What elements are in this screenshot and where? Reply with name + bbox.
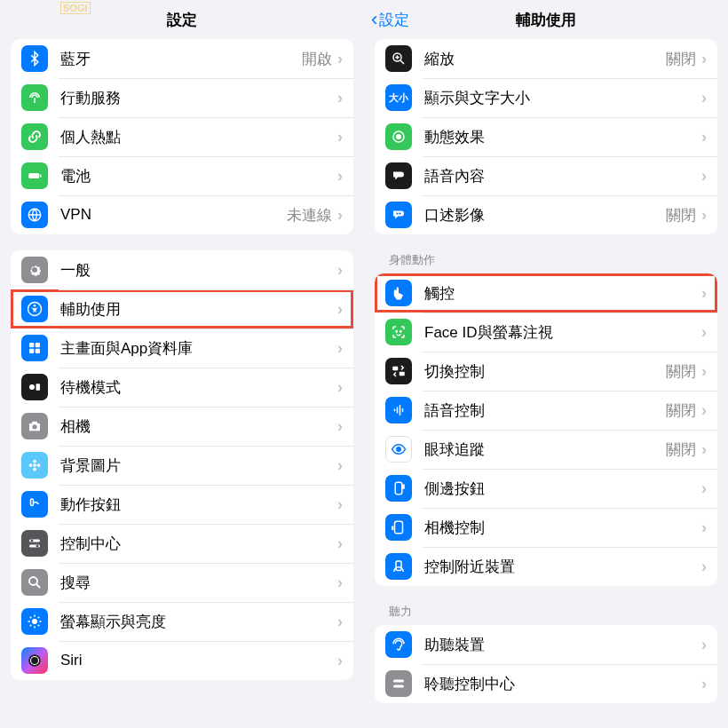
settings-row[interactable]: 背景圖片› [11, 446, 353, 485]
settings-row[interactable]: 電池› [11, 156, 353, 195]
svg-point-30 [399, 212, 400, 214]
row-label: 動態效果 [424, 127, 701, 147]
settings-row[interactable]: 搜尋› [11, 563, 353, 602]
chevron-right-icon: › [701, 518, 707, 537]
row-label: 行動服務 [60, 88, 337, 108]
row-label: 聆聽控制中心 [424, 674, 701, 694]
svg-point-28 [397, 135, 401, 139]
svg-point-16 [37, 463, 41, 467]
page-title: 輔助使用 [516, 10, 576, 30]
accessibility-row[interactable]: 語音內容› [375, 156, 717, 195]
row-label: 語音控制 [424, 400, 666, 421]
chevron-right-icon: › [701, 167, 707, 186]
page-title: 設定 [167, 10, 197, 30]
svg-rect-38 [402, 408, 404, 413]
svg-point-32 [400, 331, 402, 333]
accessibility-row[interactable]: 聆聽控制中心› [375, 664, 717, 703]
chevron-right-icon: › [701, 440, 707, 459]
group-general: 一般›輔助使用›主畫面與App資料庫›待機模式›相機›背景圖片›動作按鈕›控制中… [11, 250, 353, 680]
svg-rect-37 [400, 405, 401, 415]
accessibility-row[interactable]: Face ID與螢幕注視› [375, 313, 717, 352]
svg-rect-6 [36, 343, 40, 347]
link-icon [21, 123, 48, 150]
svg-point-31 [396, 331, 398, 333]
svg-rect-36 [397, 407, 399, 414]
settings-row[interactable]: 主畫面與App資料庫› [11, 328, 353, 368]
row-label: 眼球追蹤 [424, 439, 666, 460]
zoom-icon [385, 45, 412, 72]
section-header-motor: 身體動作 [375, 234, 717, 273]
chevron-right-icon: › [701, 401, 707, 420]
chevron-right-icon: › [337, 574, 343, 592]
svg-rect-33 [392, 367, 398, 371]
motion-icon [385, 123, 412, 150]
svg-rect-10 [36, 384, 41, 391]
chevron-right-icon: › [337, 261, 343, 280]
chevron-right-icon: › [337, 534, 343, 553]
svg-rect-1 [40, 175, 42, 178]
accessibility-row[interactable]: 口述影像關閉› [375, 195, 717, 234]
bt-icon [21, 45, 48, 72]
side-icon [385, 475, 412, 502]
row-value: 關閉 [666, 205, 696, 226]
svg-rect-5 [29, 343, 34, 347]
settings-row[interactable]: 輔助使用› [11, 289, 353, 328]
settings-row[interactable]: 控制中心› [11, 524, 353, 563]
accessibility-row[interactable]: 觸控› [375, 273, 717, 313]
settings-row[interactable]: 動作按鈕› [11, 485, 353, 524]
accessibility-row[interactable]: 切換控制關閉› [375, 352, 717, 391]
settings-row[interactable]: 個人熱點› [11, 117, 353, 156]
camera-icon [21, 413, 48, 439]
accessibility-row[interactable]: 側邊按鈕› [375, 469, 717, 508]
settings-row[interactable]: 相機› [11, 407, 353, 446]
row-label: 動作按鈕 [60, 495, 337, 515]
row-label: 縮放 [424, 49, 666, 69]
chevron-right-icon: › [337, 89, 343, 107]
row-label: 切換控制 [424, 361, 666, 382]
switch-icon [385, 358, 412, 384]
accessibility-row[interactable]: 語音控制關閉› [375, 391, 717, 430]
svg-point-15 [29, 463, 33, 467]
settings-row[interactable]: 一般› [11, 250, 353, 289]
settings-row[interactable]: VPN未連線› [11, 195, 353, 234]
voice-icon [385, 397, 412, 423]
chevron-left-icon: ‹ [371, 8, 377, 31]
svg-point-20 [31, 540, 34, 542]
settings-row[interactable]: 待機模式› [11, 368, 353, 407]
settings-row[interactable]: Siri› [11, 641, 353, 680]
accessibility-row[interactable]: 眼球追蹤關閉› [375, 430, 717, 469]
svg-point-39 [397, 447, 401, 452]
accessibility-row[interactable]: 大小顯示與文字大小› [375, 78, 717, 117]
row-label: 口述影像 [424, 205, 666, 226]
scroll-right[interactable]: 縮放關閉›大小顯示與文字大小›動態效果›語音內容›口述影像關閉› 身體動作 觸控… [364, 39, 728, 728]
row-label: 顯示與文字大小 [424, 88, 701, 108]
hearing-icon [385, 631, 412, 658]
settings-row[interactable]: 螢幕顯示與亮度› [11, 602, 353, 641]
row-label: 相機 [60, 416, 337, 437]
chevron-right-icon: › [337, 339, 343, 358]
camctl-icon [385, 514, 412, 541]
accessibility-row[interactable]: 控制附近裝置› [375, 547, 717, 586]
accessibility-row[interactable]: 助聽裝置› [375, 625, 717, 664]
accessibility-row[interactable]: 動態效果› [375, 117, 717, 156]
accessibility-row[interactable]: 相機控制› [375, 508, 717, 547]
svg-rect-42 [395, 521, 403, 534]
svg-rect-45 [393, 685, 404, 688]
row-value: 未連線 [287, 205, 332, 226]
eye-icon [385, 436, 412, 463]
back-button[interactable]: ‹ 設定 [371, 8, 409, 31]
row-label: 控制中心 [60, 534, 337, 554]
settings-row[interactable]: 藍牙開啟› [11, 39, 353, 78]
row-label: 側邊按鈕 [424, 479, 701, 499]
chevron-right-icon: › [337, 167, 343, 186]
group-hearing: 助聽裝置›聆聽控制中心› [375, 625, 717, 703]
svg-point-23 [32, 619, 37, 624]
row-value: 關閉 [666, 439, 696, 460]
scroll-left[interactable]: 藍牙開啟›行動服務›個人熱點›電池›VPN未連線› 一般›輔助使用›主畫面與Ap… [0, 39, 364, 728]
row-value: 關閉 [666, 400, 696, 421]
chevron-right-icon: › [701, 636, 707, 654]
accessibility-row[interactable]: 縮放關閉› [375, 39, 717, 78]
svg-point-12 [33, 463, 36, 467]
svg-point-11 [32, 424, 36, 429]
settings-row[interactable]: 行動服務› [11, 78, 353, 117]
